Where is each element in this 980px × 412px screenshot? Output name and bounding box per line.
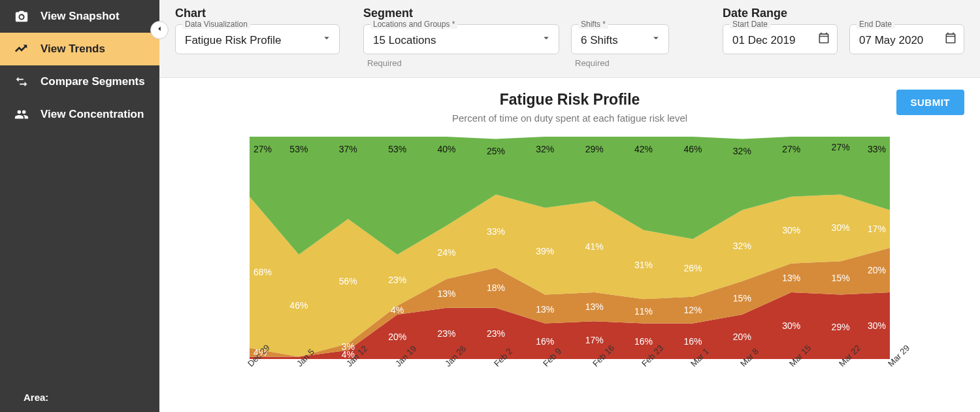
data-label: 53% [388,144,406,154]
data-label: 32% [536,144,554,154]
data-label: 40% [438,144,456,154]
data-label: 25% [487,146,505,156]
stacked-area-chart: 4%20%23%23%16%17%16%16%20%30%29%30%4%3%4… [250,137,890,359]
data-label: 20% [868,265,886,275]
x-axis-labels: Dec 29Jan 5Jan 12Jan 19Jan 26Feb 2Feb 9F… [250,359,890,392]
data-label: 27% [253,144,272,154]
chart-area: 4%20%23%23%16%17%16%16%20%30%29%30%4%3%4… [250,137,890,392]
field-label: Locations and Groups * [370,20,457,29]
section-label-segment: Segment [363,7,669,20]
trendline-icon [14,42,29,56]
data-label: 3% [342,341,355,352]
camera-icon [14,9,29,24]
data-label: 42% [634,144,653,154]
field-value: 6 Shifts [581,34,618,47]
field-label: Data Visualization [182,20,250,29]
data-label: 17% [868,224,886,234]
sidebar: View Snapshot View Trends Compare Segmen… [0,0,159,412]
field-value: 15 Locations [373,34,436,47]
locations-select[interactable]: Locations and Groups * 15 Locations [363,24,559,54]
data-label: 30% [782,320,800,331]
data-label: 18% [487,283,505,293]
collapse-sidebar-button[interactable] [150,21,169,39]
field-helper: Required [575,58,669,68]
sidebar-area-label: Area: [24,392,48,403]
data-label: 46% [683,144,702,154]
sidebar-item-label: View Snapshot [41,10,120,23]
section-label-chart: Chart [175,7,340,20]
data-label: 16% [683,336,702,347]
chevron-down-icon [540,32,552,46]
data-label: 20% [733,332,751,342]
submit-button[interactable]: SUBMIT [896,90,965,115]
data-label: 30% [832,222,850,233]
data-label: 33% [868,144,886,154]
filter-bar: Chart Data Visualization Fatigue Risk Pr… [159,0,980,78]
filter-group-segment: Segment Locations and Groups * 15 Locati… [363,7,669,68]
calendar-icon [817,31,830,47]
data-label: 13% [438,288,456,299]
chevron-left-icon [155,24,164,36]
data-label: 16% [634,336,653,347]
data-label: 23% [487,328,505,339]
data-label: 32% [733,146,751,156]
sidebar-item-label: Compare Segments [41,75,145,88]
start-date-field[interactable]: Start Date 01 Dec 2019 [723,24,838,54]
data-label: 23% [388,275,406,285]
field-label: End Date [857,20,894,29]
sidebar-item-view-snapshot[interactable]: View Snapshot [0,0,159,33]
data-label: 31% [634,260,653,270]
compare-icon [14,75,29,89]
data-label: 33% [487,226,505,237]
data-label: 23% [438,328,456,339]
data-visualization-select[interactable]: Data Visualization Fatigue Risk Profile [175,24,340,54]
data-label: 4% [391,305,404,315]
field-value: Fatigue Risk Profile [185,34,281,47]
data-label: 30% [868,320,886,331]
data-label: 26% [683,263,702,273]
data-label: 37% [339,144,357,154]
data-label: 12% [683,305,702,315]
chart-title: Fatigue Risk Profile [175,91,964,109]
data-label: 24% [438,247,456,258]
sidebar-item-compare-segments[interactable]: Compare Segments [0,65,159,98]
data-label: 53% [289,144,308,154]
people-icon [14,107,29,122]
data-label: 20% [388,332,406,342]
data-label: 46% [289,300,308,311]
data-label: 17% [585,335,604,345]
field-value: 07 May 2020 [859,34,923,47]
data-label: 11% [634,306,653,317]
data-label: 68% [253,267,272,277]
sidebar-item-view-concentration[interactable]: View Concentration [0,98,159,131]
data-label: 30% [782,225,800,235]
data-label: 29% [585,144,604,154]
field-value: 01 Dec 2019 [732,34,795,47]
main: Chart Data Visualization Fatigue Risk Pr… [159,0,980,412]
filter-group-date-range: Date Range Start Date 01 Dec 2019 End Da… [723,7,964,54]
chart-panel: SUBMIT Fatigue Risk Profile Percent of t… [159,78,980,412]
data-label: 13% [585,301,604,312]
shifts-select[interactable]: Shifts * 6 Shifts [571,24,669,54]
chart-header: Fatigue Risk Profile Percent of time on … [175,91,964,124]
data-label: 32% [733,241,751,251]
data-label: 13% [536,304,554,315]
chevron-down-icon [321,32,333,46]
sidebar-item-label: View Trends [41,43,105,56]
end-date-field[interactable]: End Date 07 May 2020 [849,24,964,54]
data-label: 41% [585,241,604,252]
filter-group-chart: Chart Data Visualization Fatigue Risk Pr… [175,7,340,54]
sidebar-item-view-trends[interactable]: View Trends [0,33,159,65]
data-label: 27% [832,142,850,152]
calendar-icon [944,31,957,47]
sidebar-footer: Area: [0,383,159,412]
sidebar-item-label: View Concentration [41,108,144,121]
data-label: 56% [339,276,357,286]
data-label: 27% [782,144,800,154]
data-label: 15% [832,273,850,283]
data-label: 13% [782,273,800,283]
section-label-date-range: Date Range [723,7,964,20]
data-label: 39% [536,246,554,256]
field-label: Shifts * [578,20,608,29]
chart-subtitle: Percent of time on duty spent at each fa… [175,112,964,124]
